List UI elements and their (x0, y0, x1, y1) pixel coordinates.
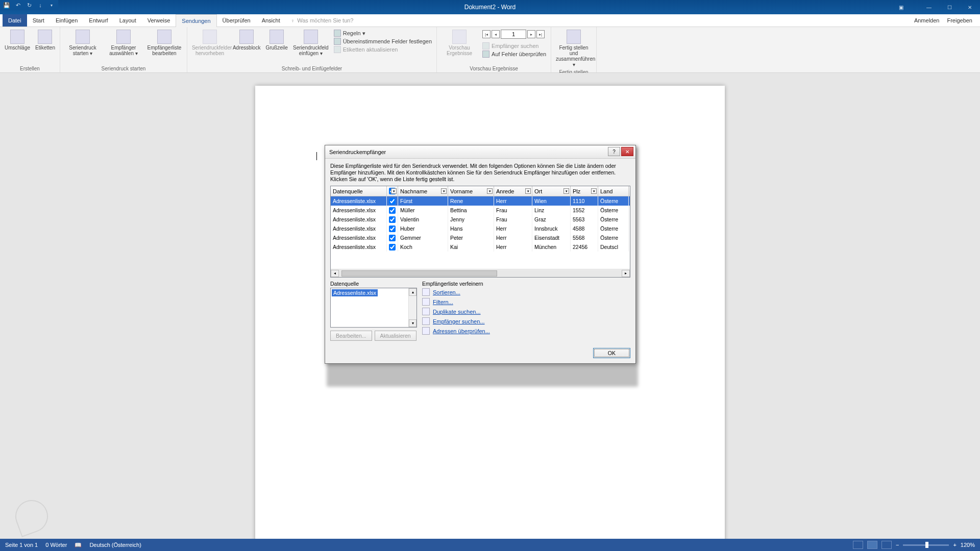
tab-ansicht[interactable]: Ansicht (256, 14, 286, 27)
chevron-down-icon[interactable]: ▾ (487, 188, 493, 194)
tell-me-search[interactable]: Was möchten Sie tun? (291, 14, 354, 27)
vorschau-ergebnisse-button[interactable]: Vorschau Ergebnisse (439, 29, 479, 57)
col-check-all[interactable]: ▾ (387, 186, 398, 196)
tab-file[interactable]: Datei (3, 14, 27, 27)
maximize-button[interactable]: ☐ (939, 0, 960, 14)
fertigstellen-button[interactable]: Fertig stellen und zusammenführen ▾ (554, 29, 594, 68)
zoom-slider[interactable] (903, 544, 949, 546)
etiketten-aktualisieren-button[interactable]: Etiketten aktualisieren (334, 46, 432, 53)
table-row[interactable]: Adressenliste.xlsxFürstReneHerrWien1110Ö… (331, 196, 630, 206)
seriendruckfeld-einfuegen-button[interactable]: Seriendruckfeld einfügen ▾ (291, 29, 331, 57)
col-land[interactable]: Land (598, 186, 629, 196)
chevron-down-icon[interactable]: ▾ (564, 188, 569, 194)
sort-link[interactable]: Sortieren... (433, 289, 460, 295)
col-plz[interactable]: Plz▾ (571, 186, 598, 196)
table-row[interactable]: Adressenliste.xlsxKochKaiHerrMünchen2245… (331, 242, 630, 252)
empfaenger-auswaehlen-button[interactable]: Empfänger auswählen ▾ (104, 29, 143, 57)
scroll-thumb[interactable] (341, 270, 497, 277)
chevron-down-icon[interactable]: ▾ (591, 188, 597, 194)
cell-check[interactable] (387, 224, 398, 233)
zoom-out-button[interactable]: − (896, 542, 899, 548)
umschlaege-button[interactable]: Umschläge (3, 29, 32, 52)
chevron-down-icon[interactable]: ▾ (525, 188, 531, 194)
adressblock-button[interactable]: Adressblock (231, 29, 262, 52)
col-vorname[interactable]: Vorname▾ (448, 186, 494, 196)
record-number-input[interactable] (501, 30, 526, 39)
dialog-help-button[interactable]: ? (608, 147, 620, 156)
fehler-pruefen-button[interactable]: Auf Fehler überprüfen (482, 51, 546, 58)
read-mode-icon[interactable] (853, 541, 863, 549)
cell-check[interactable] (387, 215, 398, 224)
felder-festlegen-button[interactable]: Übereinstimmende Felder festlegen (334, 38, 432, 45)
row-checkbox[interactable] (389, 235, 396, 241)
felder-hervorheben-button[interactable]: Seriendruckfelder hervorheben (190, 29, 230, 57)
status-page[interactable]: Seite 1 von 1 (5, 542, 38, 548)
save-icon[interactable]: 💾 (3, 2, 10, 9)
etiketten-button[interactable]: Etiketten (33, 29, 57, 52)
chevron-down-icon[interactable]: ▾ (441, 188, 447, 194)
prev-record-button[interactable]: ◂ (492, 30, 500, 38)
dialog-titlebar[interactable]: Seriendruckempfänger ? ✕ (325, 145, 635, 159)
validate-addresses-link[interactable]: Adressen überprüfen... (433, 328, 490, 334)
col-anrede[interactable]: Anrede▾ (494, 186, 532, 196)
table-row[interactable]: Adressenliste.xlsxHuberHansHerrInnsbruck… (331, 224, 630, 233)
find-recipient-link[interactable]: Empfänger suchen... (433, 318, 485, 324)
grusszeile-button[interactable]: Grußzeile (263, 29, 289, 52)
print-layout-icon[interactable] (867, 541, 877, 549)
list-vscrollbar[interactable]: ▴ ▾ (408, 288, 416, 327)
col-ort[interactable]: Ort▾ (532, 186, 571, 196)
chevron-down-icon[interactable]: ▾ (391, 188, 397, 194)
tab-entwurf[interactable]: Entwurf (83, 14, 113, 27)
cell-check[interactable] (387, 206, 398, 215)
table-row[interactable]: Adressenliste.xlsxMüllerBettinaFrauLinz1… (331, 206, 630, 215)
scroll-right-icon[interactable]: ▸ (622, 270, 630, 277)
row-checkbox[interactable] (389, 226, 396, 232)
tab-sendungen[interactable]: Sendungen (176, 14, 216, 27)
scroll-up-icon[interactable]: ▴ (409, 288, 416, 296)
duplicates-link[interactable]: Duplikate suchen... (433, 309, 481, 315)
scroll-down-icon[interactable]: ▾ (409, 319, 416, 327)
ok-button[interactable]: OK (593, 348, 630, 358)
seriendruck-starten-button[interactable]: Seriendruck starten ▾ (63, 29, 103, 57)
empfaengerliste-bearbeiten-button[interactable]: Empfängerliste bearbeiten (144, 29, 184, 57)
tab-einfuegen[interactable]: Einfügen (50, 14, 83, 27)
next-record-button[interactable]: ▸ (527, 30, 535, 38)
aktualisieren-button[interactable]: Aktualisieren (375, 331, 416, 341)
empfaenger-suchen-button[interactable]: Empfänger suchen (482, 42, 546, 49)
minimize-button[interactable]: — (919, 0, 939, 14)
cell-check[interactable] (387, 196, 398, 206)
datasource-list[interactable]: Adressenliste.xlsx ▴ ▾ (330, 288, 417, 328)
zoom-level[interactable]: 120% (961, 542, 975, 548)
scroll-left-icon[interactable]: ◂ (331, 270, 339, 277)
table-row[interactable]: Adressenliste.xlsxGemmerPeterHerrEisenst… (331, 233, 630, 242)
row-checkbox[interactable] (389, 198, 396, 205)
first-record-button[interactable]: |◂ (482, 30, 491, 38)
ribbon-options-icon[interactable]: ▣ (891, 0, 911, 14)
redo-icon[interactable]: ↻ (26, 2, 33, 9)
share-button[interactable]: Freigeben (947, 17, 972, 23)
status-words[interactable]: 0 Wörter (45, 542, 67, 548)
close-button[interactable]: ✕ (960, 0, 980, 14)
cell-check[interactable] (387, 233, 398, 242)
row-checkbox[interactable] (389, 207, 396, 214)
filter-link[interactable]: Filtern... (433, 299, 453, 305)
col-datenquelle[interactable]: Datenquelle (331, 186, 387, 196)
datasource-item[interactable]: Adressenliste.xlsx (332, 289, 378, 296)
last-record-button[interactable]: ▸| (536, 30, 545, 38)
customize-qat-icon[interactable]: ▾ (48, 2, 55, 9)
grid-hscrollbar[interactable]: ◂ ▸ (331, 269, 630, 277)
table-row[interactable]: Adressenliste.xlsxValentinJennyFrauGraz5… (331, 215, 630, 224)
cell-check[interactable] (387, 242, 398, 252)
row-checkbox[interactable] (389, 244, 396, 251)
zoom-in-button[interactable]: + (953, 542, 956, 548)
col-nachname[interactable]: Nachname▾ (398, 186, 448, 196)
dialog-close-button[interactable]: ✕ (621, 147, 633, 156)
web-layout-icon[interactable] (881, 541, 892, 549)
status-language[interactable]: Deutsch (Österreich) (89, 542, 141, 548)
tab-verweise[interactable]: Verweise (142, 14, 176, 27)
regeln-button[interactable]: Regeln ▾ (334, 30, 432, 37)
row-checkbox[interactable] (389, 216, 396, 223)
bearbeiten-button[interactable]: Bearbeiten... (330, 331, 372, 341)
sign-in-link[interactable]: Anmelden (914, 17, 940, 23)
tab-start[interactable]: Start (27, 14, 50, 27)
